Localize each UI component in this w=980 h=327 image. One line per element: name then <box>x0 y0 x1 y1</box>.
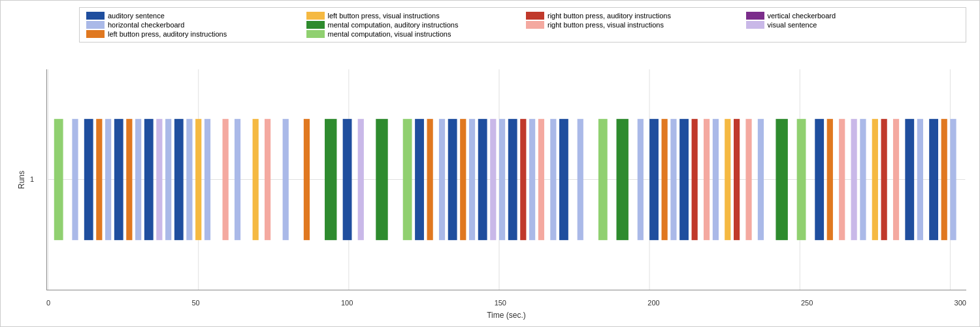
event-bar-32 <box>478 119 487 240</box>
legend-item-auditory-sentence: auditory sentence <box>86 12 300 20</box>
event-bar-16 <box>235 119 240 240</box>
event-bar-14 <box>204 119 210 240</box>
legend-label-auditory-sentence: auditory sentence <box>108 12 165 20</box>
event-bar-1 <box>72 119 78 240</box>
event-bar-17 <box>253 119 259 240</box>
legend-label-left-button-press-visual: left button press, visual instructions <box>328 12 440 20</box>
event-bar-59 <box>827 119 833 240</box>
event-bar-56 <box>776 119 787 240</box>
event-bar-34 <box>499 119 505 240</box>
event-bar-20 <box>304 119 310 240</box>
x-ticks: 050100150200250300 <box>46 299 966 307</box>
event-bar-29 <box>448 119 457 240</box>
event-bar-7 <box>135 119 141 240</box>
chart-svg <box>47 69 966 290</box>
event-bar-11 <box>174 119 184 240</box>
event-bar-67 <box>917 119 923 240</box>
event-bar-28 <box>439 119 445 240</box>
x-tick-200: 200 <box>647 299 659 307</box>
x-tick-0: 0 <box>46 299 50 307</box>
event-bar-49 <box>692 119 698 240</box>
event-bar-2 <box>84 119 93 240</box>
legend-label-mental-computation-visual: mental computation, visual instructions <box>328 30 451 38</box>
event-bar-63 <box>872 119 878 240</box>
y-tick-1: 1 <box>30 175 34 183</box>
event-bar-39 <box>550 119 556 240</box>
event-bar-6 <box>126 119 132 240</box>
legend-color-mental-computation-auditory <box>306 21 325 29</box>
event-bar-37 <box>529 119 535 240</box>
event-bar-23 <box>358 119 364 240</box>
legend-color-mental-computation-visual <box>306 30 325 38</box>
event-bar-5 <box>114 119 123 240</box>
event-bar-13 <box>195 119 201 240</box>
event-bar-44 <box>638 119 644 240</box>
event-bar-36 <box>520 119 526 240</box>
event-bar-42 <box>598 119 608 240</box>
legend-color-right-button-press-auditory <box>526 12 544 20</box>
legend-item-vertical-checkerboard: vertical checkerboard <box>746 12 960 20</box>
event-bar-9 <box>156 119 162 240</box>
event-bar-15 <box>223 119 229 240</box>
legend-label-visual-sentence: visual sentence <box>768 21 817 29</box>
legend-color-right-button-press-visual <box>526 21 544 29</box>
legend-color-left-button-press-visual <box>306 12 325 20</box>
event-bar-65 <box>893 119 899 240</box>
event-bar-69 <box>941 119 947 240</box>
legend-label-right-button-press-visual: right button press, visual instructions <box>547 21 664 29</box>
event-bar-60 <box>839 119 845 240</box>
legend-color-horizontal-checkerboard <box>86 21 105 29</box>
legend-color-visual-sentence <box>746 21 764 29</box>
event-bar-50 <box>704 119 710 240</box>
x-tick-50: 50 <box>191 299 199 307</box>
event-bar-38 <box>538 119 544 240</box>
event-bar-35 <box>508 119 517 240</box>
legend-color-vertical-checkerboard <box>746 12 764 20</box>
event-bar-18 <box>265 119 270 240</box>
event-bar-26 <box>415 119 424 240</box>
legend-item-visual-sentence: visual sentence <box>746 21 960 29</box>
event-bar-51 <box>713 119 719 240</box>
y-axis-label: Runs <box>1 69 43 290</box>
event-bar-62 <box>860 119 866 240</box>
event-bar-47 <box>670 119 676 240</box>
event-bar-22 <box>343 119 352 240</box>
event-bar-25 <box>403 119 412 240</box>
event-bar-41 <box>578 119 583 240</box>
legend-color-auditory-sentence <box>86 12 105 20</box>
event-bar-10 <box>165 119 171 240</box>
event-bar-70 <box>950 119 956 240</box>
x-tick-150: 150 <box>495 299 506 307</box>
event-bar-53 <box>734 119 740 240</box>
x-tick-100: 100 <box>341 299 353 307</box>
event-bar-45 <box>649 119 659 240</box>
x-axis-label: Time (sec.) <box>46 311 966 320</box>
legend-item-mental-computation-visual: mental computation, visual instructions <box>306 30 520 38</box>
legend-label-left-button-press-auditory: left button press, auditory instructions <box>108 30 227 38</box>
chart-container: auditory sentenceleft button press, visu… <box>0 0 980 327</box>
chart-area <box>46 69 966 290</box>
event-bar-33 <box>490 119 496 240</box>
event-bar-54 <box>745 119 751 240</box>
event-bar-40 <box>559 119 568 240</box>
legend-item-left-button-press-auditory: left button press, auditory instructions <box>86 30 300 38</box>
x-tick-300: 300 <box>955 299 966 307</box>
legend-label-vertical-checkerboard: vertical checkerboard <box>768 12 836 20</box>
event-bar-55 <box>758 119 764 240</box>
legend-item-horizontal-checkerboard: horizontal checkerboard <box>86 21 300 29</box>
legend-color-left-button-press-auditory <box>86 30 105 38</box>
event-bar-12 <box>186 119 192 240</box>
event-bar-61 <box>851 119 857 240</box>
event-bar-30 <box>460 119 466 240</box>
event-bar-3 <box>96 119 102 240</box>
event-bar-68 <box>929 119 938 240</box>
legend-item-mental-computation-auditory: mental computation, auditory instruction… <box>306 21 520 29</box>
legend-item-right-button-press-visual: right button press, visual instructions <box>526 21 740 29</box>
event-bar-4 <box>105 119 111 240</box>
legend-label-horizontal-checkerboard: horizontal checkerboard <box>108 21 184 29</box>
legend-item-left-button-press-visual: left button press, visual instructions <box>306 12 520 20</box>
legend-label-right-button-press-auditory: right button press, auditory instruction… <box>547 12 671 20</box>
legend-item-right-button-press-auditory: right button press, auditory instruction… <box>526 12 740 20</box>
event-bar-24 <box>376 119 387 240</box>
x-tick-250: 250 <box>801 299 813 307</box>
